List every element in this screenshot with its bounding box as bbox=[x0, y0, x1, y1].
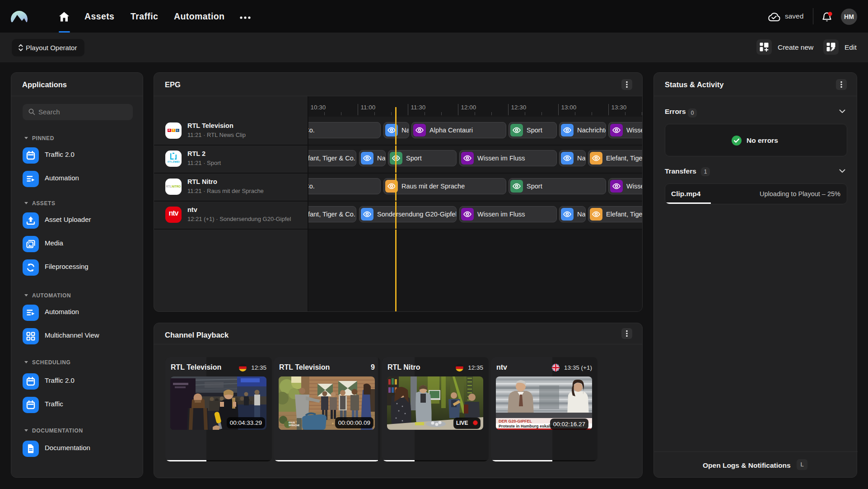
svg-text:DER G20-GIPFEL: DER G20-GIPFEL bbox=[499, 419, 532, 423]
svg-text:SPRACHE: SPRACHE bbox=[289, 424, 300, 427]
